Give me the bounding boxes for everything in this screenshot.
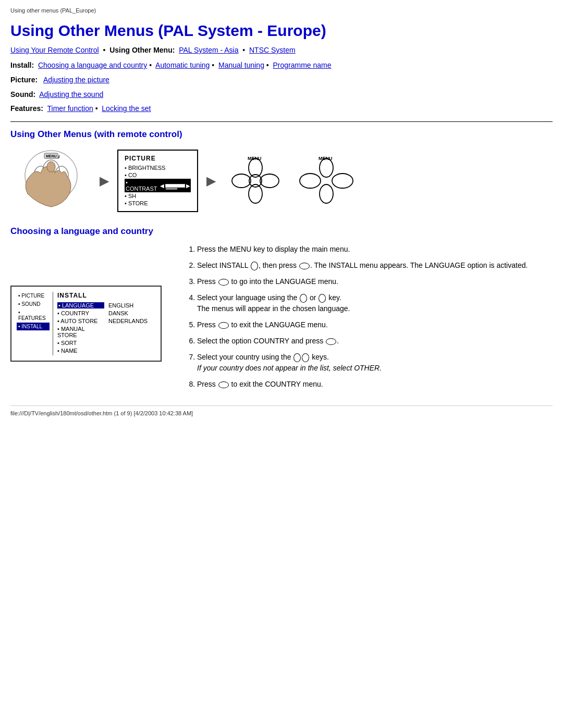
icon-down-circle-2 bbox=[319, 294, 326, 303]
icon-down-circle-3 bbox=[302, 353, 309, 362]
svg-point-11 bbox=[260, 174, 279, 188]
install-value-country: DANSK bbox=[108, 310, 128, 316]
svg-point-15 bbox=[320, 158, 333, 177]
sidebar-item-sound: • SOUND bbox=[17, 300, 50, 308]
programme-name-link[interactable]: Programme name bbox=[273, 61, 332, 69]
section1-title: Using Other Menus (with remote control) bbox=[10, 129, 553, 140]
sidebar-item-picture: • PICTURE bbox=[17, 292, 50, 300]
remote-hand-image: MENU MENU bbox=[10, 147, 91, 215]
manual-tuning-link[interactable]: Manual tuning bbox=[218, 61, 264, 69]
pal-asia-link[interactable]: PAL System - Asia bbox=[179, 46, 238, 54]
arrow-right-2: ▶ bbox=[206, 174, 216, 188]
browser-tab: Using other menus (PAL_Europe) bbox=[10, 5, 553, 17]
picture-menu-screen: PICTURE • BRIGHTNESS • CO • CONTRAST ◀ ▶… bbox=[117, 150, 198, 212]
svg-point-5 bbox=[47, 162, 55, 172]
language-country-link[interactable]: Choosing a language and country bbox=[38, 61, 147, 69]
icon-right-oval-3 bbox=[218, 322, 229, 329]
auto-tuning-link[interactable]: Automatic tuning bbox=[155, 61, 210, 69]
divider bbox=[10, 121, 553, 122]
arrow-right-1: ▶ bbox=[100, 174, 109, 188]
two-col-section: • PICTURE • SOUND • FEATURES • INSTALL I… bbox=[10, 244, 553, 395]
page-title: Using Other Menus (PAL System - Europe) bbox=[10, 22, 553, 40]
install-row-country: • COUNTRY DANSK bbox=[57, 310, 155, 316]
svg-point-17 bbox=[332, 174, 353, 188]
install-value-autostore: NEDERLANDS bbox=[108, 318, 148, 324]
install-value-language: ENGLISH bbox=[108, 302, 133, 309]
icon-up-circle-2 bbox=[293, 353, 301, 362]
install-row-manualstore: • MANUAL STORE bbox=[57, 326, 155, 338]
ntsc-link[interactable]: NTSC System bbox=[249, 46, 296, 54]
right-col: Press the MENU key to display the main m… bbox=[188, 244, 553, 395]
install-label-name: • NAME bbox=[57, 348, 104, 354]
install-row-sort: • SORT bbox=[57, 340, 155, 346]
install-screen: • PICTURE • SOUND • FEATURES • INSTALL I… bbox=[10, 286, 162, 362]
locking-set-link[interactable]: Locking the set bbox=[102, 104, 151, 113]
sidebar-item-install: • INSTALL bbox=[17, 323, 50, 330]
using-other-menu-label: Using Other Menu: bbox=[109, 46, 175, 54]
timer-function-link[interactable]: Timer function bbox=[47, 104, 93, 113]
sidebar-item-features: • FEATURES bbox=[17, 309, 50, 322]
step-7: Select your country using the keys. If y… bbox=[197, 352, 553, 374]
nav-row: Using Your Remote Control • Using Other … bbox=[10, 46, 553, 54]
svg-point-16 bbox=[300, 174, 321, 188]
steps-list: Press the MENU key to display the main m… bbox=[188, 244, 553, 390]
install-sidebar: • PICTURE • SOUND • FEATURES • INSTALL bbox=[17, 292, 53, 355]
install-title: INSTALL bbox=[57, 292, 155, 299]
adjusting-sound-link[interactable]: Adjusting the sound bbox=[39, 90, 103, 98]
features-links: Features: Timer function • Locking the s… bbox=[10, 103, 553, 115]
remote-demo: MENU MENU ▶ PICTURE • BRIGHTNESS • CO • … bbox=[10, 147, 553, 215]
install-row-autostore: • AUTO STORE NEDERLANDS bbox=[57, 318, 155, 324]
step-3: Press to go into the LANGUAGE menu. bbox=[197, 276, 553, 287]
nav-keys-image-2: MENU bbox=[295, 150, 358, 212]
adjusting-picture-link[interactable]: Adjusting the picture bbox=[43, 76, 109, 84]
left-col: • PICTURE • SOUND • FEATURES • INSTALL I… bbox=[10, 244, 172, 395]
install-label-autostore: • AUTO STORE bbox=[57, 318, 104, 324]
picture-links: Picture: Adjusting the picture bbox=[10, 74, 553, 87]
install-label-language: • LANGUAGE bbox=[57, 302, 104, 309]
icon-down-circle bbox=[251, 262, 258, 270]
step-6: Select the option COUNTRY and press . bbox=[197, 336, 553, 347]
svg-point-10 bbox=[232, 174, 251, 188]
icon-right-oval-5 bbox=[218, 381, 229, 388]
step-5: Press to exit the LANGUAGE menu. bbox=[197, 319, 553, 330]
step-1: Press the MENU key to display the main m… bbox=[197, 244, 553, 255]
icon-right-oval-4 bbox=[326, 338, 336, 345]
install-label-sort: • SORT bbox=[57, 340, 104, 346]
nav-keys-image-1: MENU bbox=[224, 150, 287, 212]
install-links: Install: Choosing a language and country… bbox=[10, 59, 553, 72]
svg-text:MENU: MENU bbox=[46, 154, 57, 158]
remote-control-link[interactable]: Using Your Remote Control bbox=[10, 46, 99, 54]
install-row-language: • LANGUAGE ENGLISH bbox=[57, 302, 155, 309]
step-8: Press to exit the COUNTRY menu. bbox=[197, 379, 553, 390]
install-label-manualstore: • MANUAL STORE bbox=[57, 326, 104, 338]
sound-links: Sound: Adjusting the sound bbox=[10, 89, 553, 101]
status-bar: file:///D|/TV/english/180mt/osd/other.ht… bbox=[10, 405, 553, 416]
step-2: Select INSTALL , then press . The INSTAL… bbox=[197, 260, 553, 271]
step-4: Select your language using the or key. T… bbox=[197, 292, 553, 314]
svg-point-18 bbox=[320, 184, 333, 203]
install-main: INSTALL • LANGUAGE ENGLISH • COUNTRY DAN… bbox=[57, 292, 155, 355]
section2-title: Choosing a language and country bbox=[10, 226, 553, 237]
install-row-name: • NAME bbox=[57, 348, 155, 354]
icon-right-oval-2 bbox=[218, 279, 229, 286]
icon-up-circle bbox=[300, 294, 307, 303]
install-label-country: • COUNTRY bbox=[57, 310, 104, 316]
icon-right-oval bbox=[299, 263, 310, 269]
